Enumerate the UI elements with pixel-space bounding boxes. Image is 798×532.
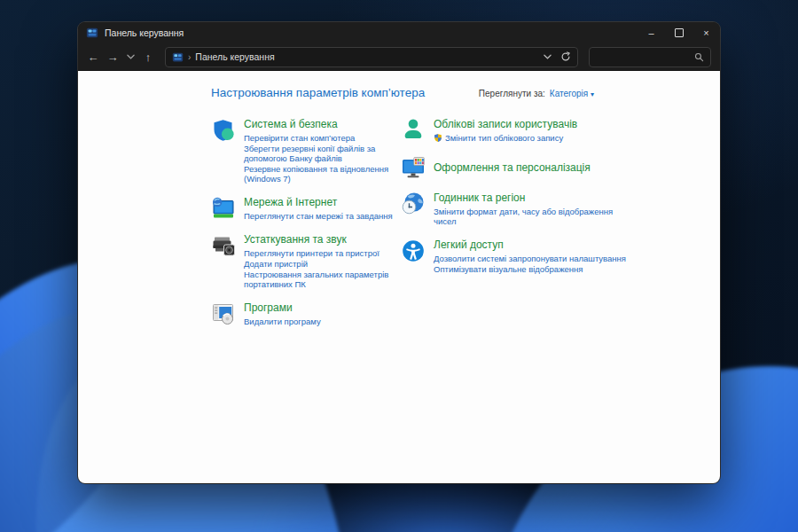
back-button[interactable]: ← bbox=[83, 46, 103, 67]
category-task-link[interactable]: Додати пристрій bbox=[244, 259, 401, 269]
category-title-link[interactable]: Мережа й Інтернет bbox=[244, 196, 393, 208]
search-box[interactable] bbox=[589, 47, 711, 67]
category-task-link[interactable]: Змінити тип облікового запису bbox=[434, 133, 577, 143]
programs-icon[interactable] bbox=[211, 301, 236, 326]
category-column-right: Облікові записи користувачівЗмінити тип … bbox=[401, 118, 633, 339]
category-body: Легкий доступДозволити системі запропону… bbox=[434, 239, 626, 275]
category-task-link[interactable]: Змінити формат дати, часу або відображен… bbox=[434, 207, 633, 226]
chevron-down-icon bbox=[127, 54, 135, 59]
forward-button[interactable]: → bbox=[103, 46, 122, 67]
search-icon bbox=[694, 52, 704, 62]
uac-shield-icon bbox=[434, 133, 442, 143]
refresh-icon bbox=[560, 51, 571, 62]
network-internet-icon[interactable] bbox=[211, 196, 236, 221]
hardware-sound-icon[interactable] bbox=[211, 233, 236, 258]
control-panel-icon bbox=[86, 27, 98, 39]
category-section: Годинник та регіонЗмінити формат дати, ч… bbox=[401, 192, 633, 227]
clock-region-icon[interactable] bbox=[401, 192, 426, 216]
category-title-link[interactable]: Програми bbox=[244, 301, 321, 314]
dropdown-arrow-icon: ▾ bbox=[591, 90, 594, 98]
category-column-left: Система й безпекаПеревірити стан комп’ют… bbox=[211, 118, 401, 339]
category-title-link[interactable]: Легкий доступ bbox=[434, 239, 626, 251]
chevron-down-icon bbox=[544, 54, 552, 59]
refresh-button[interactable] bbox=[560, 51, 571, 62]
view-by-label: Переглянути за: bbox=[479, 89, 545, 98]
category-body: Система й безпекаПеревірити стан комп’ют… bbox=[244, 118, 401, 184]
category-title-link[interactable]: Годинник та регіон bbox=[434, 192, 633, 204]
category-task-link[interactable]: Дозволити системі запропонувати налаштув… bbox=[434, 254, 626, 263]
category-body: ПрограмиВидалити програму bbox=[244, 301, 321, 327]
category-title-link[interactable]: Оформлення та персоналізація bbox=[434, 161, 591, 174]
category-body: Мережа й ІнтернетПереглянути стан мережі… bbox=[244, 196, 393, 222]
recent-locations-button[interactable] bbox=[122, 46, 138, 67]
category-section: Система й безпекаПеревірити стан комп’ют… bbox=[211, 118, 401, 184]
category-task-link[interactable]: Перевірити стан комп’ютера bbox=[244, 133, 401, 143]
ease-of-access-icon[interactable] bbox=[401, 239, 426, 263]
category-section: ПрограмиВидалити програму bbox=[211, 301, 401, 327]
page-title: Настроювання параметрів комп’ютера bbox=[211, 86, 425, 99]
category-task-link[interactable]: Переглянути принтери та пристрої bbox=[244, 248, 401, 258]
category-task-link[interactable]: Настроювання загальних параметрів портат… bbox=[244, 270, 401, 289]
content-area: Настроювання параметрів комп’ютера Перег… bbox=[78, 71, 720, 483]
minimize-button[interactable]: – bbox=[638, 22, 665, 43]
category-section: Мережа й ІнтернетПереглянути стан мережі… bbox=[211, 196, 401, 222]
category-body: Облікові записи користувачівЗмінити тип … bbox=[434, 118, 577, 144]
view-by: Переглянути за:Категорія ▾ bbox=[479, 89, 594, 98]
category-task-link[interactable]: Зберегти резервні копії файлів за допомо… bbox=[244, 144, 401, 163]
category-title-link[interactable]: Устаткування та звук bbox=[244, 233, 401, 246]
window-title: Панель керування bbox=[105, 27, 184, 38]
category-section: Оформлення та персоналізація bbox=[401, 155, 633, 180]
address-dropdown-button[interactable] bbox=[544, 54, 552, 59]
category-section: Облікові записи користувачівЗмінити тип … bbox=[401, 118, 633, 144]
category-section: Устаткування та звукПереглянути принтери… bbox=[211, 233, 401, 290]
security-shield-icon[interactable] bbox=[211, 118, 236, 143]
category-body: Оформлення та персоналізація bbox=[434, 161, 591, 174]
category-body: Годинник та регіонЗмінити формат дати, ч… bbox=[434, 192, 633, 227]
search-input[interactable] bbox=[596, 52, 694, 62]
category-task-link[interactable]: Видалити програму bbox=[244, 317, 321, 326]
maximize-button[interactable] bbox=[665, 22, 692, 43]
title-bar: Панель керування – × bbox=[78, 22, 720, 43]
category-columns: Система й безпекаПеревірити стан комп’ют… bbox=[211, 118, 594, 339]
breadcrumb-chevron: › bbox=[188, 52, 191, 62]
navigation-bar: ← → ↑ › Панель керування bbox=[78, 43, 720, 71]
up-button[interactable]: ↑ bbox=[138, 46, 158, 67]
maximize-icon bbox=[675, 28, 684, 37]
category-task-link[interactable]: Оптимізувати візуальне відображення bbox=[434, 264, 626, 274]
category-body: Устаткування та звукПереглянути принтери… bbox=[244, 233, 401, 290]
category-task-link[interactable]: Переглянути стан мережі та завдання bbox=[244, 211, 393, 221]
category-section: Легкий доступДозволити системі запропону… bbox=[401, 239, 633, 275]
address-bar[interactable]: › Панель керування bbox=[165, 47, 578, 67]
control-panel-window: Панель керування – × ← → ↑ › Панель керу… bbox=[78, 22, 720, 483]
category-task-link[interactable]: Резервне копіювання та відновлення (Wind… bbox=[244, 164, 401, 184]
breadcrumb-control-panel[interactable]: Панель керування bbox=[195, 51, 274, 62]
personalization-icon[interactable] bbox=[401, 155, 426, 180]
user-accounts-icon[interactable] bbox=[401, 118, 426, 143]
category-title-link[interactable]: Облікові записи користувачів bbox=[434, 118, 577, 130]
view-by-dropdown[interactable]: Категорія ▾ bbox=[550, 89, 594, 98]
caption-buttons: – × bbox=[638, 22, 720, 43]
category-title-link[interactable]: Система й безпека bbox=[244, 118, 401, 130]
close-button[interactable]: × bbox=[692, 22, 720, 43]
control-panel-icon bbox=[172, 51, 184, 63]
